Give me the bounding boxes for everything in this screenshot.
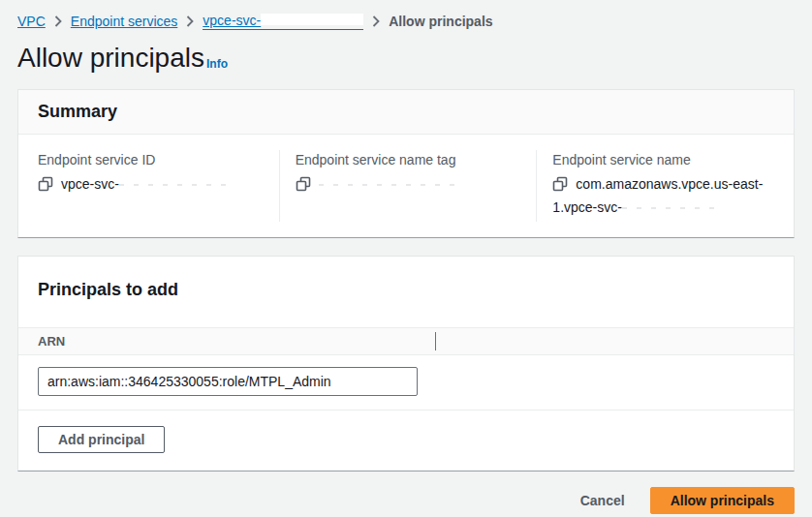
summary-body: Endpoint service ID vpce-svc- Endpoint s… xyxy=(18,135,794,237)
add-principal-button[interactable]: Add principal xyxy=(38,426,165,453)
summary-title: Summary xyxy=(38,102,774,122)
redacted-text xyxy=(119,177,234,190)
endpoint-service-id-value: vpce-svc- xyxy=(61,176,119,192)
arn-input[interactable] xyxy=(38,367,418,396)
arn-column-header-row: ARN xyxy=(18,327,794,355)
breadcrumb-link-endpoint-services[interactable]: Endpoint services xyxy=(71,14,178,29)
field-value xyxy=(296,174,521,198)
page-content: VPC Endpoint services vpce-svc- Allow pr… xyxy=(0,0,812,514)
column-resize-handle[interactable] xyxy=(435,332,436,350)
arn-input-row xyxy=(18,355,794,411)
field-label: Endpoint service ID xyxy=(38,150,264,169)
redacted-text xyxy=(319,177,464,190)
arn-column-header: ARN xyxy=(38,334,65,349)
chevron-right-icon xyxy=(372,15,380,27)
field-label: Endpoint service name tag xyxy=(296,150,521,169)
info-link[interactable]: Info xyxy=(206,57,228,71)
principals-card-footer: Add principal xyxy=(18,411,794,471)
breadcrumb-current-page: Allow principals xyxy=(389,14,492,29)
principals-to-add-card: Principals to add ARN Add principal xyxy=(17,256,795,471)
redacted-text xyxy=(261,14,363,25)
redacted-text xyxy=(622,200,721,213)
copy-icon[interactable] xyxy=(552,176,568,198)
summary-field-endpoint-service-name: Endpoint service name com.amazonaws.vpce… xyxy=(536,150,794,222)
field-value: vpce-svc- xyxy=(38,174,264,198)
field-value: com.amazonaws.vpce.us-east-1.vpce-svc- xyxy=(552,174,778,218)
principals-card-header: Principals to add xyxy=(18,257,794,327)
summary-field-endpoint-service-id: Endpoint service ID vpce-svc- xyxy=(18,150,279,222)
breadcrumb-service-id-prefix: vpce-svc- xyxy=(203,13,261,28)
summary-card: Summary Endpoint service ID vpce-svc- En… xyxy=(17,89,795,238)
cancel-button[interactable]: Cancel xyxy=(577,487,629,514)
chevron-right-icon xyxy=(54,15,62,27)
breadcrumb: VPC Endpoint services vpce-svc- Allow pr… xyxy=(17,12,795,31)
page-title: Allow principalsInfo xyxy=(17,43,795,74)
field-label: Endpoint service name xyxy=(552,150,778,169)
allow-principals-button[interactable]: Allow principals xyxy=(650,487,795,514)
copy-icon[interactable] xyxy=(296,176,311,198)
chevron-right-icon xyxy=(186,15,194,27)
breadcrumb-link-endpoint-service-id[interactable]: vpce-svc- xyxy=(203,13,363,30)
summary-card-header: Summary xyxy=(18,90,794,135)
summary-field-endpoint-service-name-tag: Endpoint service name tag xyxy=(279,150,537,222)
form-actions: Cancel Allow principals xyxy=(17,487,795,514)
principals-title: Principals to add xyxy=(38,280,774,300)
copy-icon[interactable] xyxy=(38,176,53,198)
breadcrumb-link-vpc[interactable]: VPC xyxy=(17,14,46,29)
page-title-text: Allow principals xyxy=(17,43,204,73)
